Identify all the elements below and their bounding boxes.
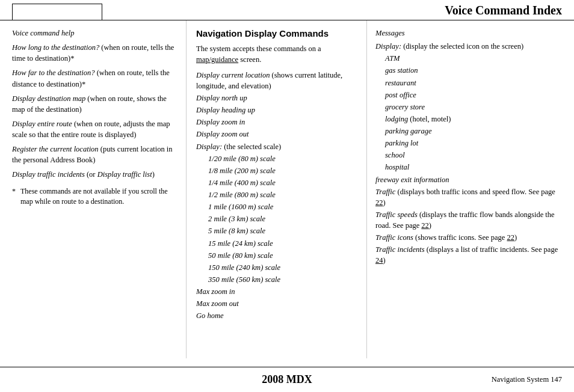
footer-center: 2008 MDX (262, 373, 312, 386)
item-parking-garage: parking garage (375, 126, 564, 136)
item-post-office: post office (375, 90, 564, 100)
scale-15-mile: 15 mile (24 km) scale (196, 238, 358, 249)
scale-1-20: 1/20 mile (80 m) scale (196, 153, 358, 164)
left-column: Voice command help How long to the desti… (0, 20, 187, 358)
map-guidance-underline: map/guidance (196, 55, 238, 64)
item-school: school (375, 150, 564, 161)
item-grocery: grocery store (375, 102, 564, 112)
scale-1-4: 1/4 mile (400 m) scale (196, 177, 358, 188)
item-lodging: lodging (hotel, motel) (375, 114, 564, 124)
messages-title: Messages (375, 28, 564, 38)
voice-help: Voice command help (12, 28, 176, 38)
freeway-exit: freeway exit information (375, 174, 564, 185)
cmd-zoom-in: Display zoom in (196, 117, 358, 127)
main-content: Voice command help How long to the desti… (0, 20, 574, 358)
item-restaurant: restaurant (375, 78, 564, 88)
footnote-star: * (12, 186, 20, 207)
top-bar: Voice Command Index (0, 0, 574, 20)
traffic-incidents-item: Traffic incidents (displays a list of tr… (375, 244, 564, 266)
register-current: Register the current location (puts curr… (12, 144, 176, 165)
cmd-heading-up: Display heading up (196, 105, 358, 115)
footer: 2008 MDX Navigation System 147 (0, 367, 574, 392)
cmd-display-scale: Display: (the selected scale) (196, 141, 358, 152)
scale-1-2: 1/2 mile (800 m) scale (196, 189, 358, 200)
scale-5-mile: 5 mile (8 km) scale (196, 225, 358, 236)
footnote-text: These commands are not available if you … (20, 186, 176, 207)
cmd-north-up: Display north up (196, 93, 358, 103)
link-22c: 22 (507, 233, 515, 242)
display-traffic: Display traffic incidents (or Display tr… (12, 169, 176, 180)
scale-350-mile: 350 mile (560 km) scale (196, 274, 358, 285)
link-22a: 22 (375, 198, 383, 207)
top-left-box (12, 4, 102, 20)
traffic-icons-item: Traffic icons (shows traffic icons. See … (375, 232, 564, 243)
nav-display-heading: Navigation Display Commands (196, 28, 358, 40)
cmd-current-location: Display current location (shows current … (196, 70, 358, 91)
footer-right: Navigation System 147 (492, 375, 562, 384)
scale-2-mile: 2 mile (3 km) scale (196, 213, 358, 224)
mid-intro: The system accepts these commands on a m… (196, 43, 358, 65)
traffic-item: Traffic (displays both traffic icons and… (375, 186, 564, 208)
item-gas: gas station (375, 65, 564, 76)
scale-1-mile: 1 mile (1600 m) scale (196, 201, 358, 212)
item-hospital: hospital (375, 162, 564, 173)
how-long: How long to the destination? (when on ro… (12, 42, 176, 64)
cmd-max-zoom-in: Max zoom in (196, 286, 358, 297)
link-24: 24 (375, 256, 383, 265)
scale-1-8: 1/8 mile (200 m) scale (196, 165, 358, 176)
scale-50-mile: 50 mile (80 km) scale (196, 250, 358, 261)
display-dest-map: Display destination map (when on route, … (12, 93, 176, 115)
item-atm: ATM (375, 53, 564, 64)
scale-150-mile: 150 mile (240 km) scale (196, 262, 358, 273)
how-far: How far to the destination? (when on rou… (12, 67, 176, 89)
middle-column: Navigation Display Commands The system a… (187, 20, 367, 358)
cmd-max-zoom-out: Max zoom out (196, 298, 358, 309)
item-parking-lot: parking lot (375, 138, 564, 149)
display-intro: Display: (display the selected icon on t… (375, 41, 564, 52)
cmd-zoom-out: Display zoom out (196, 129, 358, 139)
page-title: Voice Command Index (445, 4, 562, 17)
right-column: Messages Display: (display the selected … (367, 20, 574, 358)
display-entire-route: Display entire route (when on route, adj… (12, 118, 176, 140)
traffic-speeds-item: Traffic speeds (displays the traffic flo… (375, 209, 564, 231)
cmd-go-home: Go home (196, 310, 358, 321)
link-22b: 22 (421, 221, 429, 230)
footnote: * These commands are not available if yo… (12, 186, 176, 207)
